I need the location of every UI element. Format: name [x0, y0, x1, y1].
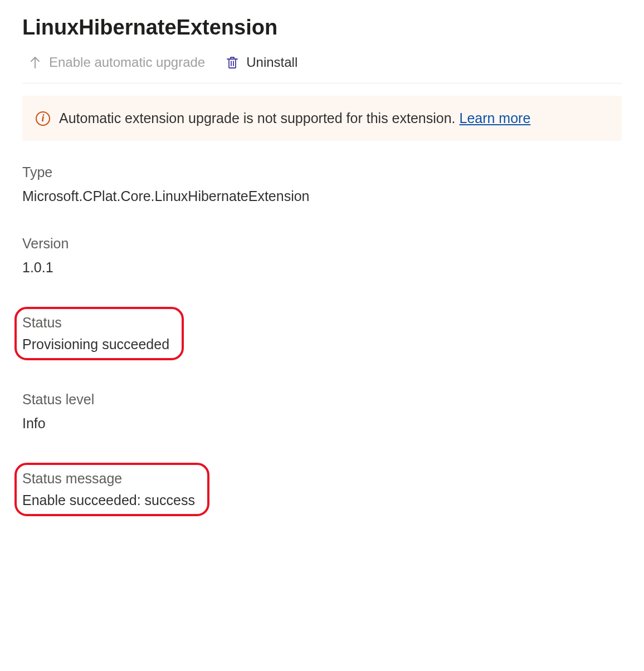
type-label: Type: [22, 164, 622, 180]
field-status-level: Status level Info: [22, 391, 622, 432]
field-version: Version 1.0.1: [22, 236, 622, 276]
field-type: Type Microsoft.CPlat.Core.LinuxHibernate…: [22, 164, 622, 204]
info-icon: i: [36, 111, 50, 126]
status-label: Status: [22, 315, 169, 331]
learn-more-link[interactable]: Learn more: [459, 110, 530, 126]
banner-message: Automatic extension upgrade is not suppo…: [59, 110, 459, 126]
info-banner: i Automatic extension upgrade is not sup…: [22, 96, 622, 141]
uninstall-label: Uninstall: [246, 56, 297, 69]
status-value: Provisioning succeeded: [22, 336, 169, 352]
version-label: Version: [22, 236, 622, 252]
trash-icon: [225, 55, 240, 70]
field-status-message: Status message Enable succeeded: success: [22, 471, 195, 508]
status-message-highlight: Status message Enable succeeded: success: [14, 463, 209, 516]
arrow-up-icon: [28, 55, 42, 70]
uninstall-button[interactable]: Uninstall: [225, 55, 297, 70]
status-highlight: Status Provisioning succeeded: [14, 307, 184, 360]
status-level-label: Status level: [22, 391, 622, 408]
status-level-value: Info: [22, 415, 622, 432]
enable-auto-upgrade-button: Enable automatic upgrade: [28, 55, 205, 70]
enable-auto-upgrade-label: Enable automatic upgrade: [49, 56, 205, 69]
type-value: Microsoft.CPlat.Core.LinuxHibernateExten…: [22, 188, 622, 204]
status-message-label: Status message: [22, 471, 195, 487]
version-value: 1.0.1: [22, 259, 622, 276]
extension-detail-page: LinuxHibernateExtension Enable automatic…: [0, 0, 644, 570]
toolbar: Enable automatic upgrade Uninstall: [22, 55, 622, 84]
field-status: Status Provisioning succeeded: [22, 315, 169, 352]
page-title: LinuxHibernateExtension: [22, 16, 622, 40]
banner-text: Automatic extension upgrade is not suppo…: [59, 110, 530, 126]
status-message-value: Enable succeeded: success: [22, 492, 195, 508]
